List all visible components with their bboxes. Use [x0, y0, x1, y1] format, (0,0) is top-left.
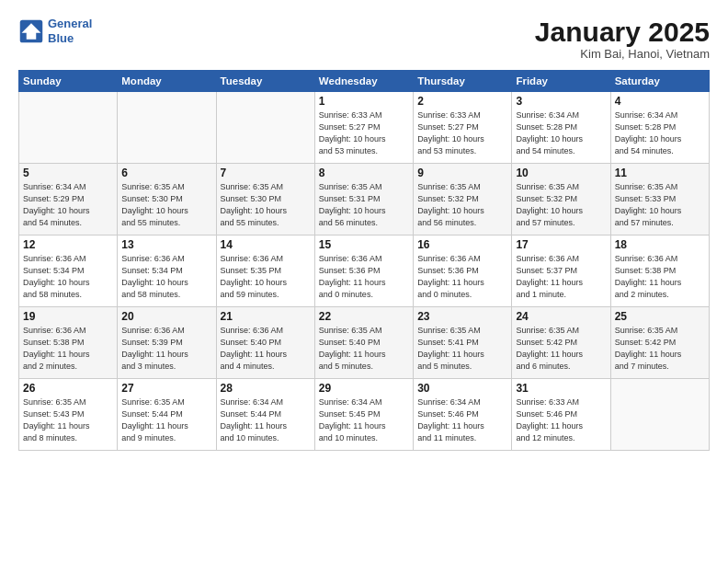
calendar-cell: 24Sunrise: 6:35 AM Sunset: 5:42 PM Dayli… — [512, 307, 610, 379]
day-number: 28 — [221, 382, 311, 395]
day-info: Sunrise: 6:35 AM Sunset: 5:30 PM Dayligh… — [121, 181, 211, 229]
day-info: Sunrise: 6:35 AM Sunset: 5:42 PM Dayligh… — [516, 325, 606, 373]
calendar-cell — [19, 92, 118, 164]
day-info: Sunrise: 6:35 AM Sunset: 5:43 PM Dayligh… — [23, 396, 113, 444]
day-number: 22 — [319, 310, 409, 323]
day-number: 26 — [23, 382, 113, 395]
day-number: 14 — [221, 238, 311, 251]
calendar-cell: 19Sunrise: 6:36 AM Sunset: 5:38 PM Dayli… — [19, 307, 118, 379]
day-info: Sunrise: 6:36 AM Sunset: 5:34 PM Dayligh… — [23, 253, 113, 301]
day-info: Sunrise: 6:36 AM Sunset: 5:34 PM Dayligh… — [121, 253, 211, 301]
calendar-cell: 4Sunrise: 6:34 AM Sunset: 5:28 PM Daylig… — [610, 92, 709, 164]
calendar-cell: 3Sunrise: 6:34 AM Sunset: 5:28 PM Daylig… — [512, 92, 610, 164]
day-number: 20 — [121, 310, 211, 323]
day-info: Sunrise: 6:36 AM Sunset: 5:36 PM Dayligh… — [417, 253, 507, 301]
day-info: Sunrise: 6:34 AM Sunset: 5:46 PM Dayligh… — [417, 396, 507, 444]
calendar-cell: 16Sunrise: 6:36 AM Sunset: 5:36 PM Dayli… — [414, 236, 512, 307]
header: General Blue January 2025 Kim Bai, Hanoi… — [18, 17, 710, 61]
calendar-cell: 28Sunrise: 6:34 AM Sunset: 5:44 PM Dayli… — [216, 379, 314, 451]
day-info: Sunrise: 6:35 AM Sunset: 5:44 PM Dayligh… — [121, 396, 211, 444]
col-header-saturday: Saturday — [610, 71, 709, 92]
calendar-cell: 29Sunrise: 6:34 AM Sunset: 5:45 PM Dayli… — [314, 379, 413, 451]
calendar-cell: 18Sunrise: 6:36 AM Sunset: 5:38 PM Dayli… — [610, 236, 709, 307]
day-number: 8 — [319, 167, 409, 179]
day-info: Sunrise: 6:34 AM Sunset: 5:29 PM Dayligh… — [23, 181, 113, 229]
calendar-cell: 8Sunrise: 6:35 AM Sunset: 5:31 PM Daylig… — [314, 164, 413, 236]
day-number: 6 — [121, 167, 211, 179]
calendar-cell: 22Sunrise: 6:35 AM Sunset: 5:40 PM Dayli… — [314, 307, 413, 379]
calendar-cell: 17Sunrise: 6:36 AM Sunset: 5:37 PM Dayli… — [512, 236, 610, 307]
calendar-cell: 7Sunrise: 6:35 AM Sunset: 5:30 PM Daylig… — [216, 164, 314, 236]
logo-icon — [18, 18, 44, 44]
title-block: January 2025 Kim Bai, Hanoi, Vietnam — [535, 17, 710, 61]
col-header-tuesday: Tuesday — [216, 71, 314, 92]
day-info: Sunrise: 6:34 AM Sunset: 5:45 PM Dayligh… — [319, 396, 409, 444]
day-number: 31 — [516, 382, 606, 395]
day-number: 16 — [417, 238, 507, 251]
day-info: Sunrise: 6:35 AM Sunset: 5:42 PM Dayligh… — [615, 325, 705, 373]
calendar-cell: 13Sunrise: 6:36 AM Sunset: 5:34 PM Dayli… — [118, 236, 216, 307]
day-number: 2 — [417, 95, 507, 108]
col-header-sunday: Sunday — [19, 71, 118, 92]
day-info: Sunrise: 6:35 AM Sunset: 5:31 PM Dayligh… — [319, 181, 409, 229]
calendar-cell: 20Sunrise: 6:36 AM Sunset: 5:39 PM Dayli… — [118, 307, 216, 379]
calendar-cell: 15Sunrise: 6:36 AM Sunset: 5:36 PM Dayli… — [314, 236, 413, 307]
col-header-monday: Monday — [118, 71, 216, 92]
col-header-friday: Friday — [512, 71, 610, 92]
day-info: Sunrise: 6:36 AM Sunset: 5:39 PM Dayligh… — [121, 325, 211, 373]
day-number: 15 — [319, 238, 409, 251]
calendar-cell: 21Sunrise: 6:36 AM Sunset: 5:40 PM Dayli… — [216, 307, 314, 379]
day-number: 27 — [121, 382, 211, 395]
day-number: 25 — [615, 310, 705, 323]
calendar-cell — [118, 92, 216, 164]
day-info: Sunrise: 6:35 AM Sunset: 5:32 PM Dayligh… — [516, 181, 606, 229]
day-number: 23 — [417, 310, 507, 323]
calendar-cell: 10Sunrise: 6:35 AM Sunset: 5:32 PM Dayli… — [512, 164, 610, 236]
day-info: Sunrise: 6:36 AM Sunset: 5:35 PM Dayligh… — [221, 253, 311, 301]
calendar-cell — [216, 92, 314, 164]
day-info: Sunrise: 6:36 AM Sunset: 5:38 PM Dayligh… — [615, 253, 705, 301]
calendar-cell: 9Sunrise: 6:35 AM Sunset: 5:32 PM Daylig… — [414, 164, 512, 236]
calendar-cell: 1Sunrise: 6:33 AM Sunset: 5:27 PM Daylig… — [314, 92, 413, 164]
day-info: Sunrise: 6:35 AM Sunset: 5:33 PM Dayligh… — [615, 181, 705, 229]
calendar-cell: 2Sunrise: 6:33 AM Sunset: 5:27 PM Daylig… — [414, 92, 512, 164]
day-info: Sunrise: 6:34 AM Sunset: 5:28 PM Dayligh… — [516, 109, 606, 157]
calendar-cell: 14Sunrise: 6:36 AM Sunset: 5:35 PM Dayli… — [216, 236, 314, 307]
day-info: Sunrise: 6:34 AM Sunset: 5:44 PM Dayligh… — [221, 396, 311, 444]
day-number: 21 — [221, 310, 311, 323]
calendar-table: SundayMondayTuesdayWednesdayThursdayFrid… — [18, 70, 710, 451]
day-number: 24 — [516, 310, 606, 323]
calendar-cell: 31Sunrise: 6:33 AM Sunset: 5:46 PM Dayli… — [512, 379, 610, 451]
day-info: Sunrise: 6:36 AM Sunset: 5:36 PM Dayligh… — [319, 253, 409, 301]
location-subtitle: Kim Bai, Hanoi, Vietnam — [535, 47, 710, 61]
day-number: 7 — [221, 167, 311, 179]
col-header-wednesday: Wednesday — [314, 71, 413, 92]
day-number: 9 — [417, 167, 507, 179]
calendar-cell: 25Sunrise: 6:35 AM Sunset: 5:42 PM Dayli… — [610, 307, 709, 379]
day-number: 13 — [121, 238, 211, 251]
calendar-page: General Blue January 2025 Kim Bai, Hanoi… — [0, 0, 728, 563]
day-number: 3 — [516, 95, 606, 108]
calendar-cell: 6Sunrise: 6:35 AM Sunset: 5:30 PM Daylig… — [118, 164, 216, 236]
day-info: Sunrise: 6:35 AM Sunset: 5:30 PM Dayligh… — [221, 181, 311, 229]
day-number: 1 — [319, 95, 409, 108]
day-info: Sunrise: 6:36 AM Sunset: 5:38 PM Dayligh… — [23, 325, 113, 373]
day-info: Sunrise: 6:33 AM Sunset: 5:27 PM Dayligh… — [319, 109, 409, 157]
day-number: 4 — [615, 95, 705, 108]
logo-text: General Blue — [48, 17, 92, 45]
calendar-cell — [610, 379, 709, 451]
calendar-cell: 11Sunrise: 6:35 AM Sunset: 5:33 PM Dayli… — [610, 164, 709, 236]
day-info: Sunrise: 6:34 AM Sunset: 5:28 PM Dayligh… — [615, 109, 705, 157]
day-info: Sunrise: 6:35 AM Sunset: 5:32 PM Dayligh… — [417, 181, 507, 229]
day-number: 18 — [615, 238, 705, 251]
calendar-cell: 27Sunrise: 6:35 AM Sunset: 5:44 PM Dayli… — [118, 379, 216, 451]
month-title: January 2025 — [535, 17, 710, 47]
calendar-cell: 23Sunrise: 6:35 AM Sunset: 5:41 PM Dayli… — [414, 307, 512, 379]
day-number: 5 — [23, 167, 113, 179]
calendar-cell: 5Sunrise: 6:34 AM Sunset: 5:29 PM Daylig… — [19, 164, 118, 236]
logo: General Blue — [18, 17, 92, 45]
day-number: 10 — [516, 167, 606, 179]
day-info: Sunrise: 6:36 AM Sunset: 5:40 PM Dayligh… — [221, 325, 311, 373]
calendar-cell: 30Sunrise: 6:34 AM Sunset: 5:46 PM Dayli… — [414, 379, 512, 451]
day-number: 12 — [23, 238, 113, 251]
